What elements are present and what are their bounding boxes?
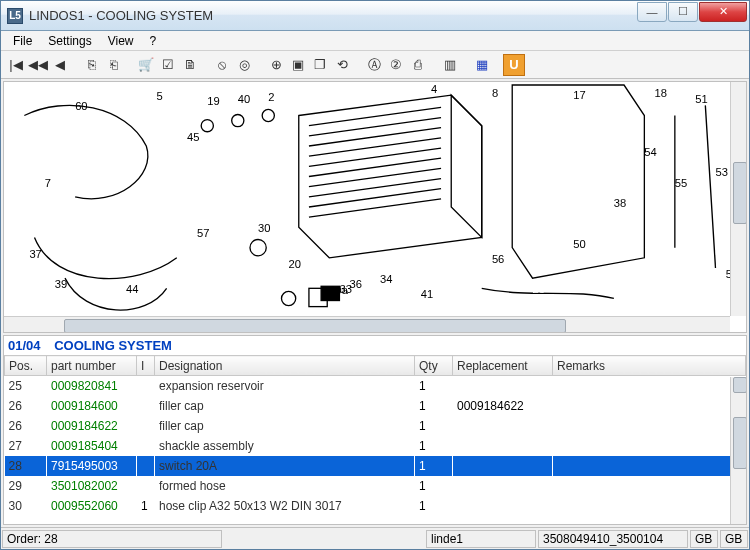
callout-label[interactable]: 45 bbox=[187, 131, 199, 143]
toolbar: |◀ ◀◀ ◀ ⎘ ⎗ 🛒 ☑ 🗎 ⦸ ◎ ⊕ ▣ ❐ ⟲ Ⓐ ② ⎙ ▥ ▦ … bbox=[1, 51, 749, 79]
cell-pn: 0009552060 bbox=[47, 496, 137, 516]
callout-label[interactable]: 51 bbox=[695, 93, 707, 105]
callout-label[interactable]: 28 bbox=[533, 283, 545, 295]
table-row[interactable]: 260009184600filler cap10009184622 bbox=[5, 396, 746, 416]
catalog-button[interactable]: ▥ bbox=[439, 54, 461, 76]
cell-pos: 28 bbox=[5, 456, 47, 476]
callout-label[interactable]: 56 bbox=[492, 253, 504, 265]
cart-button[interactable]: 🛒 bbox=[135, 54, 157, 76]
callout-label[interactable]: 41 bbox=[421, 288, 433, 300]
col-remarks[interactable]: Remarks bbox=[553, 356, 746, 376]
svg-point-3 bbox=[250, 240, 266, 256]
col-pos[interactable]: Pos. bbox=[5, 356, 47, 376]
menu-view[interactable]: View bbox=[100, 32, 142, 50]
nav-prev-button[interactable]: ◀ bbox=[49, 54, 71, 76]
table-row[interactable]: 260009184622filler cap1 bbox=[5, 416, 746, 436]
table-row[interactable]: 293501082002formed hose1 bbox=[5, 476, 746, 496]
cell-pn: 3501082002 bbox=[47, 476, 137, 496]
nav-rewind-button[interactable]: ◀◀ bbox=[27, 54, 49, 76]
callout-label[interactable]: 50 bbox=[573, 238, 585, 250]
diagram-vscrollbar[interactable] bbox=[730, 82, 746, 316]
col-designation[interactable]: Designation bbox=[155, 356, 415, 376]
find-next-button[interactable]: ② bbox=[385, 54, 407, 76]
statusbar: Order: 28 linde1 3508049410_3500104 GB G… bbox=[1, 527, 749, 549]
callout-label[interactable]: 18 bbox=[655, 87, 667, 99]
maximize-button[interactable]: ☐ bbox=[668, 2, 698, 22]
minimize-button[interactable]: — bbox=[637, 2, 667, 22]
callout-label[interactable]: 2 bbox=[268, 91, 274, 103]
zoom-fit-button[interactable]: ▣ bbox=[287, 54, 309, 76]
callout-label[interactable]: 40 bbox=[238, 93, 250, 105]
cell-rem bbox=[553, 496, 746, 516]
cell-des: shackle assembly bbox=[155, 436, 415, 456]
callout-label[interactable]: 39a bbox=[329, 284, 348, 296]
callout-label[interactable]: 39 bbox=[55, 278, 67, 290]
flag-button[interactable]: ▦ bbox=[471, 54, 493, 76]
copy-button[interactable]: ⎘ bbox=[81, 54, 103, 76]
callout-label[interactable]: 4 bbox=[431, 83, 437, 95]
callout-label[interactable]: 30 bbox=[258, 222, 270, 234]
col-part-number[interactable]: part number bbox=[47, 356, 137, 376]
toolbar-separator bbox=[73, 54, 79, 76]
print-button[interactable]: ⎙ bbox=[407, 54, 429, 76]
cell-rem bbox=[553, 456, 746, 476]
col-replacement[interactable]: Replacement bbox=[453, 356, 553, 376]
callout-label[interactable]: 37 bbox=[29, 248, 41, 260]
callout-label[interactable]: 17 bbox=[573, 89, 585, 101]
cell-des: hose clip A32 50x13 W2 DIN 3017 bbox=[155, 496, 415, 516]
hide-button[interactable]: ⦸ bbox=[211, 54, 233, 76]
col-qty[interactable]: Qty bbox=[415, 356, 453, 376]
cell-i bbox=[137, 436, 155, 456]
cell-pos: 30 bbox=[5, 496, 47, 516]
order-label: Order: bbox=[7, 532, 41, 546]
callout-label[interactable]: 44 bbox=[126, 283, 138, 295]
callout-label[interactable]: 20 bbox=[289, 258, 301, 270]
callout-label[interactable]: 5 bbox=[156, 90, 162, 102]
callout-label[interactable]: 60 bbox=[75, 100, 87, 112]
callout-label[interactable]: 57 bbox=[197, 227, 209, 239]
menu-file[interactable]: File bbox=[5, 32, 40, 50]
callout-label[interactable]: 34 bbox=[380, 273, 392, 285]
paste-button[interactable]: ⎗ bbox=[103, 54, 125, 76]
cell-qty: 1 bbox=[415, 476, 453, 496]
update-button[interactable]: U bbox=[503, 54, 525, 76]
zoom-window-button[interactable]: ❐ bbox=[309, 54, 331, 76]
nav-first-button[interactable]: |◀ bbox=[5, 54, 27, 76]
grid-vscrollbar[interactable] bbox=[730, 377, 746, 524]
cell-qty: 1 bbox=[415, 376, 453, 396]
table-row[interactable]: 287915495003switch 20A1 bbox=[5, 456, 746, 476]
cell-des: filler cap bbox=[155, 396, 415, 416]
toolbar-separator bbox=[355, 54, 361, 76]
table-row[interactable]: 250009820841expansion reservoir1 bbox=[5, 376, 746, 396]
parts-grid[interactable]: Pos. part number I Designation Qty Repla… bbox=[4, 355, 746, 524]
col-i[interactable]: I bbox=[137, 356, 155, 376]
callout-label[interactable]: 54 bbox=[644, 146, 656, 158]
cell-pn: 0009184600 bbox=[47, 396, 137, 416]
svg-point-1 bbox=[232, 115, 244, 127]
menu-settings[interactable]: Settings bbox=[40, 32, 99, 50]
cell-pn: 7915495003 bbox=[47, 456, 137, 476]
callout-label[interactable]: 36 bbox=[350, 278, 362, 290]
callout-label[interactable]: 7 bbox=[45, 177, 51, 189]
diagram-viewport[interactable]: 6051940248171851457373944573020333634415… bbox=[3, 81, 747, 333]
callout-label[interactable]: 19 bbox=[207, 95, 219, 107]
parts-diagram: 6051940248171851457373944573020333634415… bbox=[4, 82, 746, 332]
callout-label[interactable]: 8 bbox=[492, 87, 498, 99]
close-button[interactable]: ✕ bbox=[699, 2, 747, 22]
target-button[interactable]: ◎ bbox=[233, 54, 255, 76]
callout-label[interactable]: 55 bbox=[675, 177, 687, 189]
zoom-in-button[interactable]: ⊕ bbox=[265, 54, 287, 76]
doc-button[interactable]: 🗎 bbox=[179, 54, 201, 76]
diagram-hscrollbar[interactable] bbox=[4, 316, 730, 332]
callout-label[interactable]: 53 bbox=[716, 167, 728, 179]
zoom-reset-button[interactable]: ⟲ bbox=[331, 54, 353, 76]
table-row[interactable]: 3000095520601hose clip A32 50x13 W2 DIN … bbox=[5, 496, 746, 516]
cell-qty: 1 bbox=[415, 416, 453, 436]
callout-label[interactable]: 38 bbox=[614, 197, 626, 209]
find-button[interactable]: Ⓐ bbox=[363, 54, 385, 76]
menu-help[interactable]: ? bbox=[142, 32, 165, 50]
check-button[interactable]: ☑ bbox=[157, 54, 179, 76]
app-icon: L5 bbox=[7, 8, 23, 24]
cell-des: filler cap bbox=[155, 416, 415, 436]
table-row[interactable]: 270009185404shackle assembly1 bbox=[5, 436, 746, 456]
